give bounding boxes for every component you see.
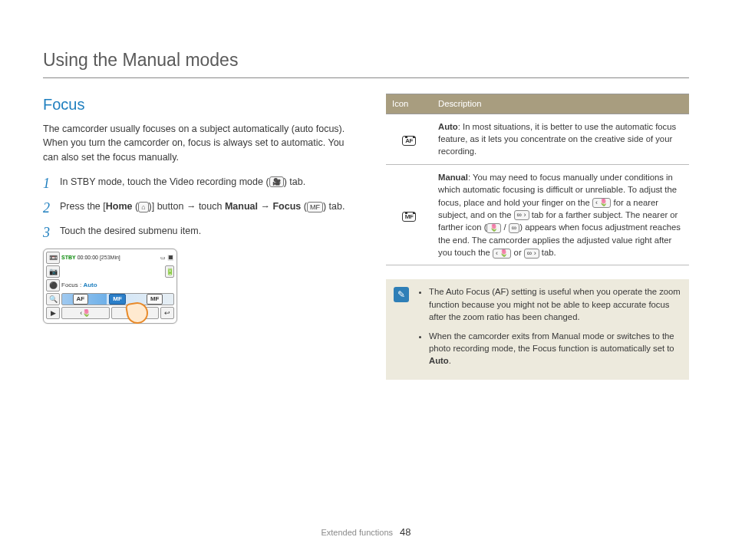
far-button: ∞› (111, 307, 160, 319)
stby-label: STBY (61, 254, 76, 262)
mf-icon: MF (307, 202, 323, 212)
near-tab2-icon: ‹ 🌷 (493, 249, 512, 259)
mf-mode-icon: MF (402, 212, 417, 222)
note-1: The Auto Focus (AF) setting is useful wh… (429, 285, 683, 323)
card-icon: ▭ 🔳 (160, 254, 174, 262)
screen-cam-icon: 📷 (46, 265, 60, 278)
step-3: Touch the desired submenu item. (43, 224, 361, 238)
far-tab-icon: ∞ › (514, 210, 529, 220)
screen-photo-icon: ⚫ (46, 279, 60, 292)
home-icon: ⌂ (138, 202, 148, 212)
note-2: When the camcorder exits from Manual mod… (429, 330, 683, 367)
description-table: Icon Description AF Auto: In most situat… (386, 94, 689, 265)
time-label: 00:00:00 (77, 254, 98, 262)
near-glyph-icon: 🌷 (486, 223, 501, 233)
footer-section: Extended functions (321, 528, 393, 537)
steps-list: In STBY mode, touch the Video recording … (43, 175, 361, 238)
row-manual: MF Manual: You may need to focus manuall… (386, 164, 689, 265)
video-mode-icon: 🎥 (269, 176, 284, 187)
af-mode-icon: AF (402, 136, 416, 146)
lcd-screenshot: 📼 STBY 00:00:00 [253Min] ▭ 🔳 📷 🔋 ⚫ Focus… (43, 249, 177, 324)
focus-bar: AF MF MF (61, 293, 174, 305)
th-desc: Description (432, 94, 689, 114)
screen-mode-icon: 📼 (46, 252, 60, 264)
near-tab-icon: ‹ 🌷 (592, 198, 612, 208)
screen-back-icon: ↩ (160, 307, 174, 319)
th-icon: Icon (386, 94, 432, 114)
row-auto: AF Auto: In most situations, it is bette… (386, 114, 689, 164)
section-title: Focus (43, 94, 361, 116)
focus-label: Focus : Auto (61, 281, 97, 290)
intro-text: The camcorder usually focuses on a subje… (43, 122, 361, 163)
screen-batt-icon: 🔋 (165, 265, 174, 278)
mf2-option: MF (147, 294, 163, 305)
note-icon: ✎ (394, 287, 409, 302)
page-footer: Extended functions 48 (0, 525, 732, 540)
mf-option: MF (109, 294, 126, 305)
chapter-title: Using the Manual modes (43, 48, 689, 78)
note-box: ✎ The Auto Focus (AF) setting is useful … (386, 279, 689, 379)
step-1: In STBY mode, touch the Video recording … (43, 175, 361, 189)
remain-label: [253Min] (100, 254, 120, 262)
far-glyph-icon: ∞ (509, 223, 519, 233)
screen-zoom-icon: 🔍 (46, 293, 60, 305)
far-tab2-icon: ∞ › (524, 249, 539, 259)
af-option: AF (73, 294, 89, 305)
page-number: 48 (400, 526, 411, 538)
near-button: ‹🌷 (61, 307, 110, 319)
step-2: Press the [Home (⌂)] button → touch Manu… (43, 199, 361, 213)
screen-play-icon: ▶ (46, 307, 60, 319)
